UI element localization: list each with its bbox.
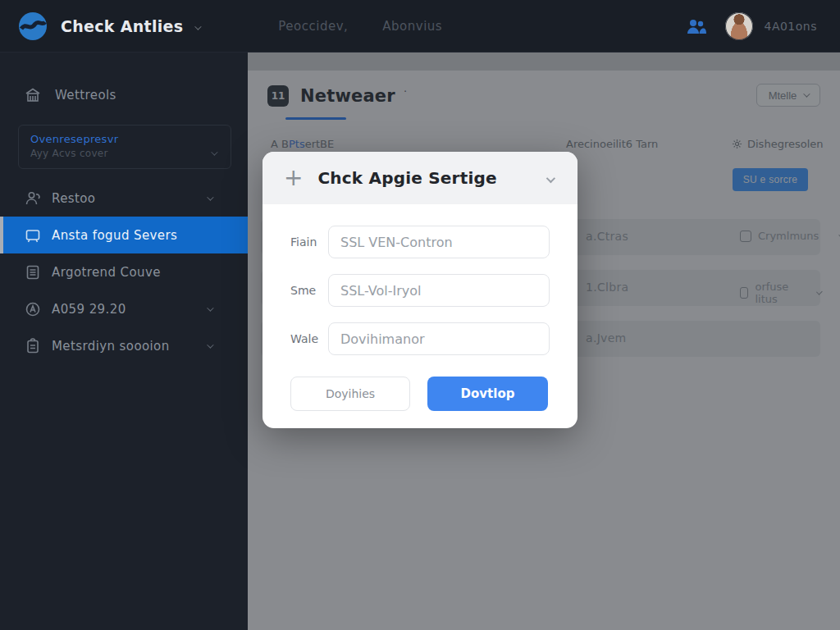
field-input-2[interactable] [328,274,550,307]
brand-title: Check Antlies [61,17,183,35]
nav-item-abonvius[interactable]: Abonvius [382,19,442,34]
modal-body: Fiain Sme Wale Doyihies Dovtlop [262,204,578,411]
sidebar-item-metsrdiyn[interactable]: Metsrdiyn soooion [0,327,248,364]
chevron-down-icon [207,341,213,348]
submit-button[interactable]: Dovtlop [427,377,548,411]
sidebar-item-label: Metsrdiyn soooion [52,339,170,354]
brand-chevron-icon[interactable] [194,18,199,34]
sidebar-item-a059[interactable]: A059 29.20 [0,290,248,327]
sidebar-item-argotrend-couve[interactable]: Argotrend Couve [0,253,248,290]
user-icon [25,190,41,207]
sidebar-item-label: Restoo [52,191,95,206]
badge-icon [25,301,41,317]
top-navigation: Peoccidev, Abonvius [278,19,442,34]
form-field: Fiain [290,226,550,258]
field-label: Fiain [290,235,328,249]
project-selector[interactable]: Ovenresepresvr Ayy Acvs cover [18,125,231,169]
form-field: Wale [290,322,550,355]
plus-icon[interactable]: + [284,167,303,189]
sidebar-item-label: Wettreols [55,88,116,103]
sidebar: Wettreols Ovenresepresvr Ayy Acvs cover … [0,52,248,630]
field-label: Sme [290,284,328,297]
sidebar-item-label: Argotrend Couve [52,265,161,280]
clipboard-icon [25,338,41,354]
project-selector-subtitle: Ayy Acvs cover [30,148,219,159]
user-name: 4A01ons [764,20,817,33]
form-field: Sme [290,274,550,307]
sidebar-item-restoo[interactable]: Restoo [0,180,248,217]
sidebar-item-label: A059 29.20 [52,302,126,317]
modal-dialog: + Chck Apgie Sertige Fiain Sme Wale Doyi… [262,152,578,428]
modal-title: Chck Apgie Sertige [317,168,546,188]
topbar-right: 4A01ons [686,12,817,40]
brand-logo-icon [18,11,48,41]
chevron-down-icon [207,304,213,311]
monitor-icon [25,227,41,244]
field-label: Wale [290,332,328,345]
project-selector-title: Ovenresepresvr [30,133,219,145]
chevron-down-icon [207,194,213,200]
cancel-button[interactable]: Doyihies [290,377,410,411]
sidebar-item-ansta-fogud-severs[interactable]: Ansta fogud Severs [0,217,248,253]
team-icon[interactable] [686,16,707,37]
sidebar-item-label: Ansta fogud Severs [52,228,177,243]
document-icon [25,264,41,281]
chevron-down-icon[interactable] [546,171,553,186]
app-screen: Check Antlies Peoccidev, Abonvius 4A01on… [0,0,840,630]
field-input-1[interactable] [328,226,550,258]
modal-header: + Chck Apgie Sertige [262,152,578,204]
chevron-down-icon [211,144,216,159]
home-icon [25,87,41,103]
sidebar-menu: Restoo Ansta fogud Severs Argotrend Couv… [0,180,248,364]
sidebar-item-wettreols[interactable]: Wettreols [0,77,248,113]
nav-item-peoccidev[interactable]: Peoccidev, [278,19,348,34]
field-input-3[interactable] [328,322,550,355]
user-avatar[interactable] [725,12,753,40]
topbar: Check Antlies Peoccidev, Abonvius 4A01on… [0,0,840,52]
modal-actions: Doyihies Dovtlop [290,377,550,411]
